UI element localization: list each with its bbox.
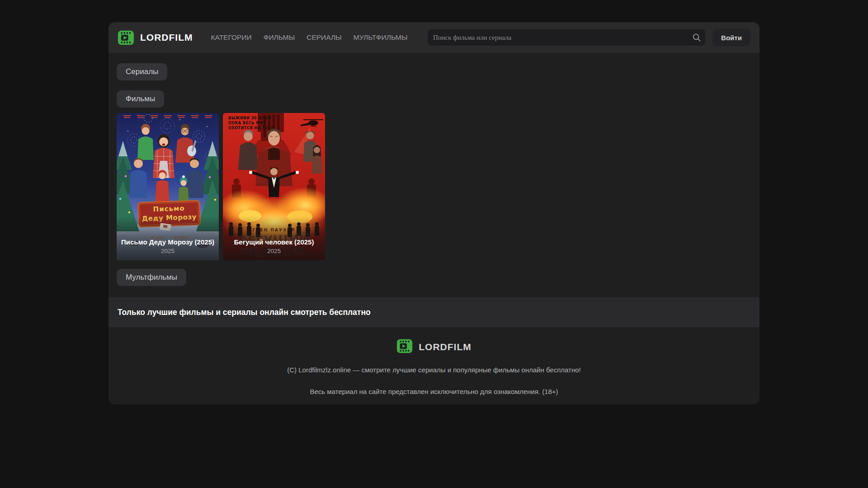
footer-copyright: (C) Lordfilmzlz.online — смотрите лучшие… [108,366,760,374]
movie-year: 2025 [226,248,321,254]
nav-cartoons[interactable]: МУЛЬТФИЛЬМЫ [354,33,408,42]
movie-card-pismo-dedu-morozu[interactable]: Письмо Деду Морозу в кино ноября [117,113,219,260]
site-logo[interactable]: LORDFILM [118,29,193,46]
svg-text:ВЫЖИВИ 30 ДНЕЙ: ВЫЖИВИ 30 ДНЕЙ [228,115,271,120]
movie-year: 2025 [120,248,215,254]
movie-card-begushchiy-chelovek[interactable]: ВЫЖИВИ 30 ДНЕЙ ПОКА ВЕСЬ МИР ОХОТИТСЯ НА… [223,113,325,260]
promo-banner-text: Только лучшие фильмы и сериалы онлайн см… [118,308,371,317]
site-title: LORDFILM [140,32,193,43]
card-overlay: Бегущий человек (2025) 2025 [223,216,325,261]
film-play-icon [396,338,413,356]
main-nav: КАТЕГОРИИ ФИЛЬМЫ СЕРИАЛЫ МУЛЬТФИЛЬМЫ [211,33,407,42]
card-overlay: Письмо Деду Морозу (2025) 2025 [117,216,219,261]
page-panel: LORDFILM КАТЕГОРИИ ФИЛЬМЫ СЕРИАЛЫ МУЛЬТФ… [108,22,760,404]
search-button[interactable] [692,33,702,42]
chip-films[interactable]: Фильмы [117,90,164,108]
svg-text:ОХОТИТСЯ НА ТЕБЯ: ОХОТИТСЯ НА ТЕБЯ [228,126,274,130]
svg-text:ПОКА ВЕСЬ МИР: ПОКА ВЕСЬ МИР [228,121,266,125]
chip-serials[interactable]: Сериалы [117,63,167,80]
search-bar [428,29,705,46]
chip-cartoons[interactable]: Мультфильмы [117,269,186,286]
movie-title: Бегущий человек (2025) [226,238,321,246]
footer-site-title: LORDFILM [419,342,471,352]
search-input[interactable] [428,29,705,46]
movie-title: Письмо Деду Морозу (2025) [120,238,215,246]
nav-serials[interactable]: СЕРИАЛЫ [307,33,342,42]
login-button[interactable]: Войти [712,29,750,46]
footer-logo[interactable]: LORDFILM [396,338,471,356]
footer-disclaimer: Весь материал на сайте представлен исклю… [108,388,760,395]
film-play-icon [118,29,134,46]
movies-row: Письмо Деду Морозу в кино ноября [117,113,751,260]
promo-banner: Только лучшие фильмы и сериалы онлайн см… [108,297,760,327]
nav-films[interactable]: ФИЛЬМЫ [264,33,295,42]
main-content: Сериалы Фильмы [108,53,760,286]
magnifier-icon [692,37,702,44]
header: LORDFILM КАТЕГОРИИ ФИЛЬМЫ СЕРИАЛЫ МУЛЬТФ… [108,22,760,53]
svg-text:Письмо: Письмо [153,204,185,213]
nav-categories[interactable]: КАТЕГОРИИ [211,33,251,42]
footer: LORDFILM (C) Lordfilmzlz.online — смотри… [108,327,760,404]
